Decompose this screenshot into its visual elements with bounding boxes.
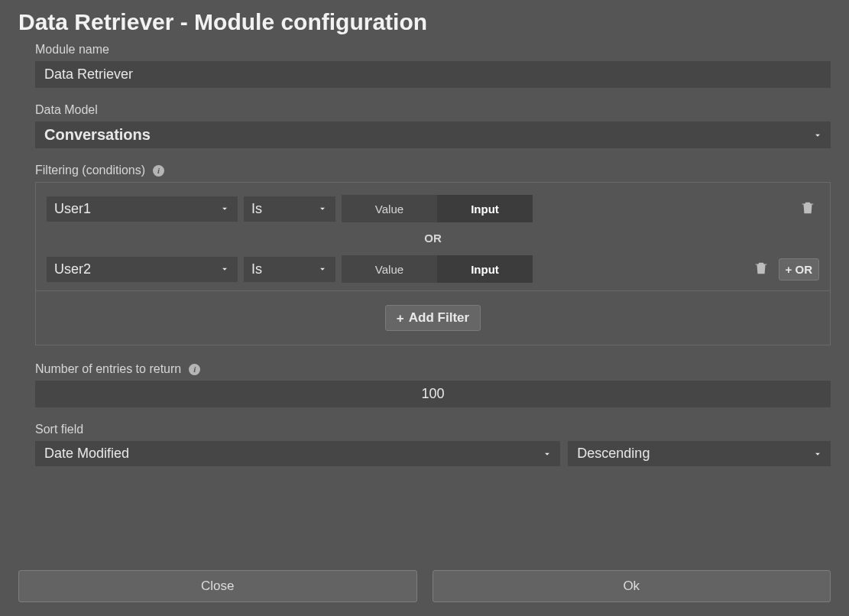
num-entries-label: Number of entries to return i [35, 362, 831, 376]
filter-field-select[interactable]: User2 [47, 257, 238, 282]
toggle-input-button[interactable]: Input [437, 195, 533, 222]
num-entries-input[interactable] [35, 381, 831, 407]
data-model-label: Data Model [35, 103, 831, 117]
value-input-toggle: Value Input [342, 195, 533, 222]
filter-group: User1 Is Value Input [36, 183, 830, 291]
dialog-footer: Close Ok [18, 570, 831, 602]
chevron-down-icon [212, 203, 238, 214]
chevron-down-icon [309, 264, 335, 274]
chevron-down-icon [805, 130, 831, 141]
delete-filter-button[interactable] [750, 257, 773, 282]
filtering-label-text: Filtering (conditions) [35, 164, 145, 177]
filter-row: User1 Is Value Input [47, 195, 819, 222]
sort-field-label: Sort field [35, 423, 831, 436]
add-or-button[interactable]: + OR [779, 258, 819, 280]
toggle-input-button[interactable]: Input [437, 255, 533, 283]
trash-icon [753, 260, 770, 279]
chevron-down-icon [212, 264, 238, 274]
add-filter-button[interactable]: + Add Filter [385, 305, 481, 331]
or-divider: OR [47, 222, 819, 255]
dialog-title: Data Retriever - Module configuration [18, 9, 831, 35]
delete-filter-button[interactable] [796, 196, 819, 222]
filter-field-select[interactable]: User1 [47, 196, 238, 222]
filter-row: User2 Is Value Input [47, 255, 819, 283]
data-model-value: Conversations [35, 122, 805, 148]
filter-operator-select[interactable]: Is [244, 196, 335, 222]
close-button[interactable]: Close [18, 570, 417, 602]
module-config-dialog: Data Retriever - Module configuration Mo… [0, 0, 849, 616]
filter-field-value: User1 [47, 196, 212, 222]
sort-field-select[interactable]: Date Modified [35, 441, 560, 466]
sort-direction-value: Descending [568, 441, 805, 466]
trash-icon [799, 199, 816, 219]
module-name-label: Module name [35, 43, 831, 57]
sort-direction-select[interactable]: Descending [568, 441, 831, 466]
chevron-down-icon [805, 449, 831, 459]
filter-operator-value: Is [244, 257, 309, 282]
filter-operator-select[interactable]: Is [244, 257, 335, 282]
module-name-input[interactable] [35, 61, 831, 88]
num-entries-label-text: Number of entries to return [35, 362, 181, 376]
plus-icon: + [397, 312, 404, 325]
filter-field-value: User2 [47, 257, 212, 282]
sort-row: Date Modified Descending [35, 441, 831, 466]
chevron-down-icon [534, 449, 560, 459]
filter-box: User1 Is Value Input [35, 182, 831, 345]
toggle-value-button[interactable]: Value [342, 195, 437, 222]
form-area: Module name Data Model Conversations Fil… [18, 43, 831, 466]
info-icon[interactable]: i [153, 165, 164, 177]
data-model-select[interactable]: Conversations [35, 122, 831, 148]
ok-button[interactable]: Ok [433, 570, 831, 602]
filtering-label: Filtering (conditions) i [35, 164, 831, 177]
toggle-value-button[interactable]: Value [342, 255, 437, 283]
filter-operator-value: Is [244, 196, 309, 222]
info-icon[interactable]: i [189, 364, 200, 375]
value-input-toggle: Value Input [342, 255, 533, 283]
chevron-down-icon [309, 203, 335, 214]
add-filter-wrap: + Add Filter [36, 291, 830, 345]
add-filter-label: Add Filter [409, 310, 469, 326]
sort-field-value: Date Modified [35, 441, 534, 466]
